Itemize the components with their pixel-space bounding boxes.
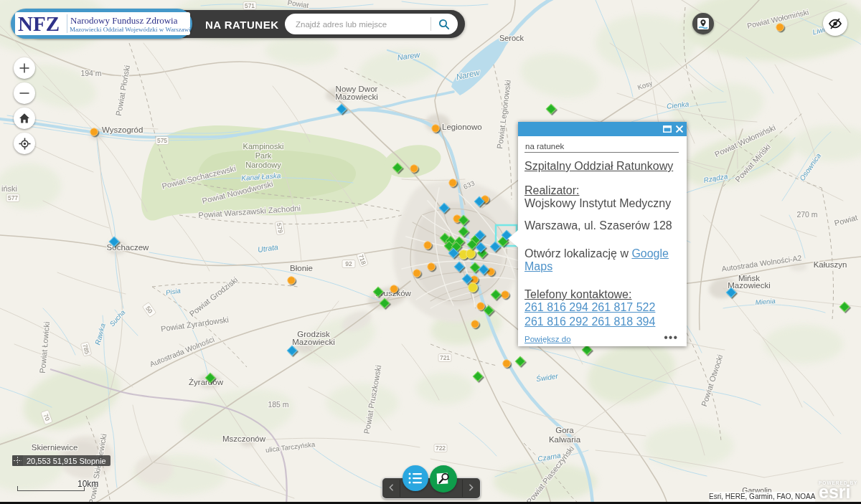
svg-text:185 m: 185 m xyxy=(268,400,288,409)
svg-text:iński: iński xyxy=(1,184,17,193)
svg-text:Mazowiecki: Mazowiecki xyxy=(728,281,770,290)
svg-text:270 m: 270 m xyxy=(796,210,817,219)
svg-text:Serock: Serock xyxy=(499,34,524,42)
svg-text:Mszczonów: Mszczonów xyxy=(222,434,266,443)
svg-text:Narodowy: Narodowy xyxy=(245,161,281,169)
svg-text:Park: Park xyxy=(255,151,272,160)
svg-text:577: 577 xyxy=(8,194,18,201)
svg-text:92: 92 xyxy=(345,260,352,267)
svg-text:721: 721 xyxy=(440,354,450,361)
svg-text:Gora: Gora xyxy=(555,426,574,434)
svg-text:Kalwaria: Kalwaria xyxy=(549,435,581,444)
svg-text:Kałuszyn: Kałuszyn xyxy=(814,260,847,269)
svg-text:575: 575 xyxy=(157,137,167,144)
svg-text:194 m: 194 m xyxy=(80,69,101,77)
svg-text:Mazowiecki: Mazowiecki xyxy=(335,92,377,101)
svg-text:722: 722 xyxy=(436,444,446,452)
svg-text:Legionowo: Legionowo xyxy=(442,123,482,131)
svg-text:Wyszogród: Wyszogród xyxy=(102,125,143,134)
svg-text:Mazowiecki: Mazowiecki xyxy=(292,338,334,346)
svg-text:Błonie: Błonie xyxy=(290,264,313,272)
svg-text:571: 571 xyxy=(245,2,255,9)
svg-text:Kampinoski: Kampinoski xyxy=(243,142,284,151)
svg-text:Skierniewice: Skierniewice xyxy=(32,443,78,452)
